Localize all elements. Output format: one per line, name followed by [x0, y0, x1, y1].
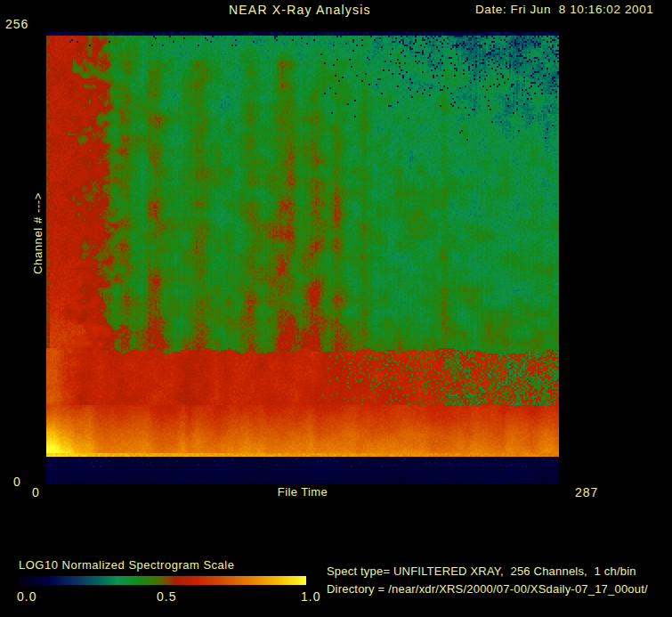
app-window: NEAR X-Ray Analysis Date: Fri Jun 8 10:1… — [0, 0, 672, 617]
page-title: NEAR X-Ray Analysis — [229, 4, 371, 16]
x-axis-title: File Time — [267, 486, 338, 499]
colorbar-tick-min: 0.0 — [17, 590, 36, 603]
y-axis-max-label: 256 — [5, 18, 28, 30]
colorbar-canvas — [20, 576, 306, 585]
directory-label: Directory = /near/xdr/XRS/2000/07-00/XSd… — [327, 583, 648, 596]
colorbar-tick-mid: 0.5 — [157, 590, 176, 603]
x-axis-max-label: 287 — [575, 486, 598, 499]
x-axis-min-label: 0 — [32, 486, 40, 499]
spect-type-label: Spect type= UNFILTERED XRAY, 256 Channel… — [327, 565, 636, 578]
date-label: Date: Fri Jun 8 10:16:02 2001 — [475, 4, 653, 16]
spectrogram-canvas — [46, 32, 559, 483]
y-axis-min-label: 0 — [13, 475, 21, 488]
colorbar-tick-max: 1.0 — [301, 590, 320, 603]
colorbar-title: LOG10 Normalized Spectrogram Scale — [19, 559, 234, 572]
y-axis-title: Channel # ---> — [31, 192, 45, 274]
